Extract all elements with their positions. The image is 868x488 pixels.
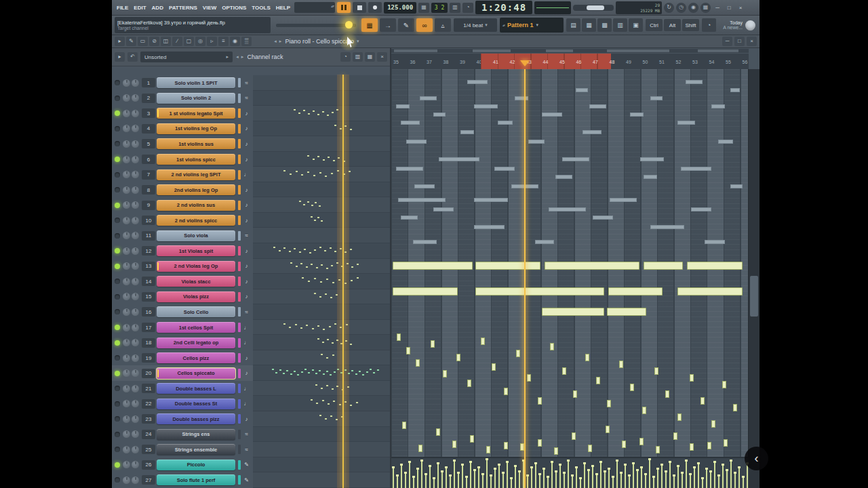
delete-tool-icon[interactable]: ⊘ bbox=[149, 37, 159, 46]
pattern-preview[interactable] bbox=[253, 442, 390, 458]
tempo-display[interactable]: 125.000 bbox=[384, 2, 416, 14]
channel-led[interactable] bbox=[115, 386, 120, 391]
velocity-bar[interactable] bbox=[702, 479, 703, 488]
piano-roll-icon[interactable]: ▩ bbox=[597, 18, 612, 32]
volume-knob[interactable] bbox=[132, 186, 139, 194]
note[interactable] bbox=[470, 435, 474, 443]
velocity-bar[interactable] bbox=[417, 469, 418, 488]
step-view-icon[interactable]: ▦ bbox=[365, 52, 375, 62]
note[interactable] bbox=[607, 308, 646, 316]
channel-button[interactable]: Violas pizz bbox=[157, 291, 235, 302]
mute-indicator[interactable] bbox=[238, 353, 241, 363]
menu-item-view[interactable]: VIEW bbox=[201, 5, 218, 11]
rack-play-icon[interactable]: ▸ bbox=[115, 52, 125, 62]
velocity-lane[interactable] bbox=[391, 457, 749, 488]
note[interactable] bbox=[656, 446, 660, 453]
close-icon[interactable]: × bbox=[377, 52, 387, 62]
pencil-tool-icon[interactable]: ✎ bbox=[126, 37, 136, 46]
velocity-bar[interactable] bbox=[446, 468, 447, 488]
velocity-bar[interactable] bbox=[625, 465, 626, 488]
volume-knob[interactable] bbox=[132, 110, 139, 117]
detach-icon[interactable]: ◄ ► bbox=[235, 55, 245, 59]
channel-led[interactable] bbox=[115, 203, 120, 208]
menu-item-tools[interactable]: TOOLS bbox=[250, 5, 272, 11]
snap-tool-icon[interactable]: ◉ bbox=[230, 37, 240, 46]
velocity-bar[interactable] bbox=[661, 465, 663, 488]
velocity-bar[interactable] bbox=[507, 462, 508, 488]
channel-led[interactable] bbox=[115, 218, 120, 223]
channel-led[interactable] bbox=[115, 432, 120, 437]
pan-knob[interactable] bbox=[123, 156, 130, 163]
pointer-tool-icon[interactable]: ▸ bbox=[115, 37, 125, 46]
velocity-bar[interactable] bbox=[677, 466, 679, 488]
velocity-bar[interactable] bbox=[519, 472, 520, 488]
note[interactable] bbox=[585, 354, 589, 361]
velocity-bar[interactable] bbox=[584, 464, 585, 488]
channel-led[interactable] bbox=[115, 355, 120, 361]
pan-knob[interactable] bbox=[123, 324, 130, 331]
channel-led[interactable] bbox=[115, 279, 120, 284]
rack-undo-icon[interactable]: ↶ bbox=[127, 52, 138, 62]
pattern-preview[interactable] bbox=[253, 458, 390, 473]
note[interactable] bbox=[402, 422, 406, 429]
note[interactable] bbox=[456, 354, 460, 361]
channel-led[interactable] bbox=[115, 340, 120, 346]
velocity-bar[interactable] bbox=[405, 473, 406, 488]
channel-led[interactable] bbox=[115, 157, 120, 162]
note[interactable] bbox=[550, 343, 554, 350]
velocity-bar[interactable] bbox=[478, 468, 479, 488]
channel-button[interactable]: 2 nd violins leg SPIT bbox=[157, 169, 235, 180]
menu-item-help[interactable]: HELP bbox=[274, 5, 292, 11]
typing-keyboard-icon[interactable]: ▦ bbox=[361, 18, 378, 32]
pattern-preview[interactable] bbox=[253, 182, 390, 198]
note[interactable] bbox=[687, 262, 743, 270]
pan-knob[interactable] bbox=[123, 446, 130, 453]
channel-button[interactable]: 2nd Celli legato op bbox=[157, 338, 235, 348]
pan-knob[interactable] bbox=[123, 110, 130, 117]
menu-item-file[interactable]: FILE bbox=[115, 5, 130, 11]
channel-button[interactable]: Solo violin 1 SPIT bbox=[157, 77, 235, 88]
channel-button[interactable]: Solo flute 1 perf bbox=[157, 474, 235, 485]
pan-knob[interactable] bbox=[123, 94, 130, 102]
channel-button[interactable]: 1st Violas spit bbox=[157, 245, 235, 256]
pattern-preview[interactable] bbox=[253, 136, 390, 152]
note[interactable] bbox=[665, 390, 669, 398]
pan-knob[interactable] bbox=[123, 79, 130, 87]
touch-icon[interactable]: ◔ bbox=[702, 18, 716, 32]
mute-indicator[interactable] bbox=[238, 94, 241, 103]
mute-indicator[interactable] bbox=[238, 307, 241, 317]
playhead-marker[interactable] bbox=[520, 60, 530, 70]
detail-view-icon[interactable]: ▥ bbox=[353, 52, 363, 62]
mute-indicator[interactable] bbox=[238, 155, 241, 164]
velocity-bar[interactable] bbox=[588, 470, 589, 488]
note[interactable] bbox=[654, 367, 658, 375]
velocity-bar[interactable] bbox=[718, 476, 719, 488]
volume-knob[interactable] bbox=[132, 339, 139, 346]
velocity-bar[interactable] bbox=[551, 462, 553, 488]
velocity-bar[interactable] bbox=[657, 469, 658, 488]
volume-knob[interactable] bbox=[132, 125, 139, 132]
note[interactable] bbox=[607, 400, 611, 407]
channel-led[interactable] bbox=[115, 126, 120, 131]
velocity-bar[interactable] bbox=[429, 466, 431, 488]
select-tool-icon[interactable]: ▢ bbox=[184, 37, 194, 46]
channel-led[interactable] bbox=[115, 172, 120, 178]
volume-knob[interactable] bbox=[132, 94, 139, 102]
velocity-bar[interactable] bbox=[726, 470, 728, 488]
mute-indicator[interactable] bbox=[238, 201, 241, 210]
key-ctrl-button[interactable]: Ctrl bbox=[646, 19, 663, 31]
pattern-preview[interactable] bbox=[253, 106, 390, 121]
note[interactable] bbox=[431, 340, 435, 348]
velocity-bar[interactable] bbox=[502, 473, 504, 488]
rack-playhead[interactable] bbox=[342, 75, 344, 488]
channel-led[interactable] bbox=[115, 141, 120, 146]
velocity-bar[interactable] bbox=[604, 472, 606, 488]
volume-knob[interactable] bbox=[132, 461, 139, 468]
velocity-bar[interactable] bbox=[629, 476, 630, 488]
hint-spinner-icon[interactable]: ▴▾ bbox=[331, 3, 334, 8]
velocity-bar[interactable] bbox=[547, 477, 549, 488]
midi-keyboard-icon[interactable]: ▦ bbox=[701, 3, 711, 13]
velocity-bar[interactable] bbox=[494, 469, 496, 488]
mute-indicator[interactable] bbox=[238, 124, 241, 134]
velocity-bar[interactable] bbox=[714, 462, 715, 488]
